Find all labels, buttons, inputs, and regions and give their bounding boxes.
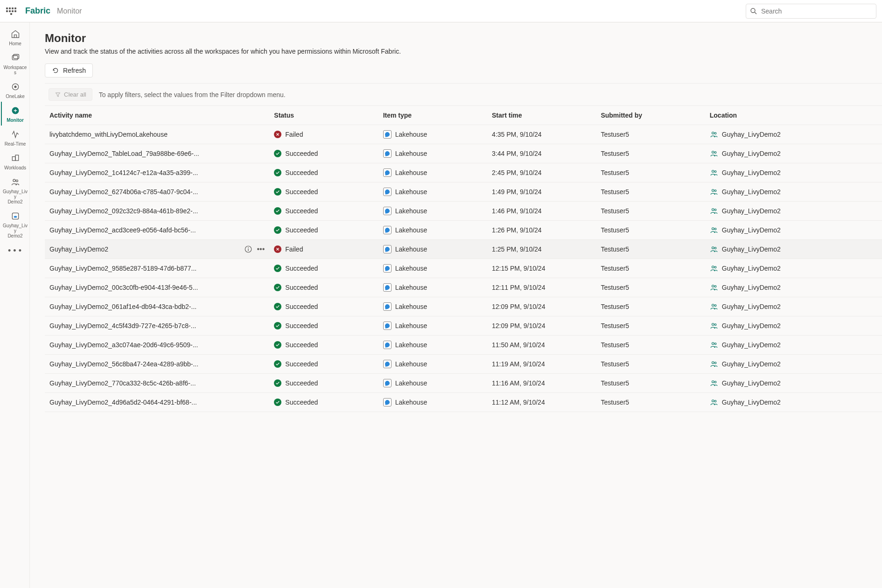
nav-item-home[interactable]: Home (1, 25, 29, 49)
nav-label: Workloads (3, 165, 27, 170)
col-item-type[interactable]: Item type (378, 106, 487, 125)
table-row[interactable]: Guyhay_LivyDemo2_a3c074ae-20d6-49c6-9509… (45, 336, 882, 355)
start-time: 12:09 PM, 9/10/24 (492, 322, 545, 329)
start-time: 1:25 PM, 9/10/24 (492, 245, 542, 253)
status-success-icon (274, 360, 281, 368)
col-activity-name[interactable]: Activity name (45, 106, 269, 125)
start-time: 1:49 PM, 9/10/24 (492, 188, 542, 196)
activity-name: Guyhay_LivyDemo2_061af1e4-db94-43ca-bdb2… (49, 303, 265, 310)
nav-item-workspaces[interactable]: Workspaces (1, 49, 29, 78)
clear-all-label: Clear all (64, 91, 86, 98)
nav-item-people[interactable]: Guyhay_LivyDemo2 (1, 173, 29, 207)
workspaces-icon (11, 53, 20, 63)
refresh-icon (52, 67, 59, 74)
status-label: Succeeded (285, 399, 318, 406)
more-icon[interactable]: ••• (257, 245, 265, 253)
lakehouse-icon (383, 283, 392, 292)
status-label: Succeeded (285, 322, 318, 329)
activity-name: Guyhay_LivyDemo2_770ca332-8c5c-426b-a8f6… (49, 379, 265, 387)
activity-name: Guyhay_LivyDemo2_1c4124c7-e12a-4a35-a399… (49, 169, 265, 176)
location-label: Guyhay_LivyDemo2 (722, 207, 781, 215)
activity-table: Activity name Status Item type Start tim… (45, 106, 882, 412)
status-label: Failed (285, 131, 303, 138)
submitted-by: Testuser5 (601, 322, 629, 329)
col-status[interactable]: Status (269, 106, 378, 125)
table-row[interactable]: Guyhay_LivyDemo2_770ca332-8c5c-426b-a8f6… (45, 374, 882, 393)
search-icon (749, 7, 758, 15)
item-type-label: Lakehouse (395, 284, 427, 291)
lakehouse-icon (383, 341, 392, 349)
nav-item-onelake[interactable]: OneLake (1, 78, 29, 102)
workspace-icon (710, 207, 718, 215)
filter-bar: Clear all To apply filters, select the v… (45, 83, 882, 106)
nav-more-icon[interactable]: • • • (8, 246, 21, 256)
status-label: Succeeded (285, 341, 318, 349)
table-row[interactable]: Guyhay_LivyDemo2_00c3c0fb-e904-413f-9e46… (45, 278, 882, 297)
lakehouse-icon (383, 322, 392, 330)
activity-name: Guyhay_LivyDemo2_4c5f43d9-727e-4265-b7c8… (49, 322, 265, 329)
start-time: 3:44 PM, 9/10/24 (492, 150, 542, 157)
refresh-button[interactable]: Refresh (45, 63, 93, 77)
header-page-label: Monitor (57, 7, 82, 15)
filter-icon (55, 91, 61, 98)
nav-item-monitor[interactable]: Monitor (1, 102, 29, 126)
nav-label: Guyhay_LivyDemo2 (2, 223, 29, 238)
nav-item-realtime[interactable]: Real-Time (1, 126, 29, 149)
submitted-by: Testuser5 (601, 169, 629, 176)
status-label: Succeeded (285, 188, 318, 196)
status-success-icon (274, 265, 281, 272)
lakehouse-icon (383, 302, 392, 311)
table-row[interactable]: Guyhay_LivyDemo2_56c8ba47-24ea-4289-a9bb… (45, 355, 882, 374)
lakehouse-icon (383, 226, 392, 234)
workspace-icon (710, 226, 718, 234)
clear-all-button[interactable]: Clear all (49, 88, 92, 101)
status-success-icon (274, 399, 281, 406)
workspace-icon (710, 379, 718, 387)
info-icon[interactable] (244, 245, 252, 253)
table-row[interactable]: Guyhay_LivyDemo2_061af1e4-db94-43ca-bdb2… (45, 297, 882, 316)
page-subtitle: View and track the status of the activit… (45, 48, 882, 55)
item-type-label: Lakehouse (395, 169, 427, 176)
nav-item-workloads[interactable]: Workloads (1, 149, 29, 173)
refresh-label: Refresh (63, 67, 86, 74)
item-type-label: Lakehouse (395, 303, 427, 310)
table-row[interactable]: Guyhay_LivyDemo2 ••• Failed Lakehouse 1:… (45, 240, 882, 259)
workspace-icon (710, 398, 718, 406)
table-row[interactable]: Guyhay_LivyDemo2_6274b06a-c785-4a07-9c04… (45, 182, 882, 202)
table-row[interactable]: Guyhay_LivyDemo2_4c5f43d9-727e-4265-b7c8… (45, 316, 882, 336)
table-row[interactable]: Guyhay_LivyDemo2_092c32c9-884a-461b-89e2… (45, 202, 882, 221)
col-location[interactable]: Location (705, 106, 882, 125)
activity-name: Guyhay_LivyDemo2_6274b06a-c785-4a07-9c04… (49, 188, 265, 196)
nav-item-lakehouse[interactable]: Guyhay_LivyDemo2 (1, 207, 29, 241)
status-success-icon (274, 226, 281, 234)
app-launcher-icon[interactable] (6, 6, 17, 17)
status-label: Succeeded (285, 265, 318, 272)
table-row[interactable]: Guyhay_LivyDemo2_TableLoad_79a988be-69e6… (45, 144, 882, 163)
status-success-icon (274, 341, 281, 349)
submitted-by: Testuser5 (601, 131, 629, 138)
status-success-icon (274, 284, 281, 291)
lakehouse-icon (383, 130, 392, 139)
table-row[interactable]: Guyhay_LivyDemo2_4d96a5d2-0464-4291-bf68… (45, 393, 882, 412)
location-label: Guyhay_LivyDemo2 (722, 360, 781, 368)
workspace-icon (710, 168, 718, 177)
nav-label: Workspaces (2, 65, 29, 75)
search-input[interactable] (746, 4, 876, 19)
submitted-by: Testuser5 (601, 188, 629, 196)
col-start-time[interactable]: Start time (487, 106, 596, 125)
table-row[interactable]: livybatchdemo_withLivyDemoLakehouse Fail… (45, 125, 882, 144)
monitor-icon (11, 105, 20, 116)
submitted-by: Testuser5 (601, 207, 629, 215)
main-content: Monitor View and track the status of the… (30, 22, 882, 588)
submitted-by: Testuser5 (601, 303, 629, 310)
item-type-label: Lakehouse (395, 131, 427, 138)
table-row[interactable]: Guyhay_LivyDemo2_1c4124c7-e12a-4a35-a399… (45, 163, 882, 182)
table-row[interactable]: Guyhay_LivyDemo2_acd3cee9-e056-4afd-bc56… (45, 221, 882, 240)
activity-name: Guyhay_LivyDemo2_a3c074ae-20d6-49c6-9509… (49, 341, 265, 349)
lakehouse-icon (383, 168, 392, 177)
table-row[interactable]: Guyhay_LivyDemo2_9585e287-5189-47d6-b877… (45, 259, 882, 278)
item-type-label: Lakehouse (395, 265, 427, 272)
location-label: Guyhay_LivyDemo2 (722, 188, 781, 196)
status-success-icon (274, 169, 281, 176)
col-submitted-by[interactable]: Submitted by (596, 106, 705, 125)
